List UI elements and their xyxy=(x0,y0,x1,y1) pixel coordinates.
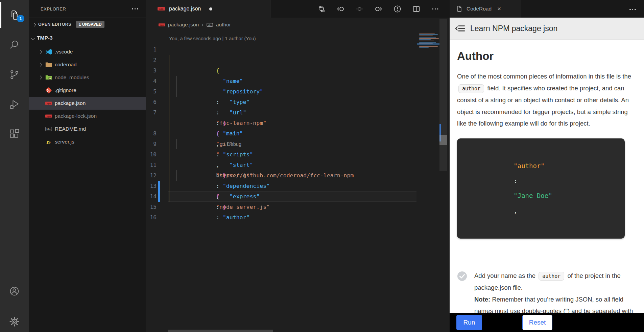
tab-coderoad[interactable]: CodeRoad × xyxy=(450,0,521,18)
line-number[interactable]: 14 xyxy=(146,191,157,202)
code-line[interactable]: 14 "author" : "you!" You, a few seconds … xyxy=(146,191,417,202)
file-name: package.json xyxy=(55,100,86,106)
activity-item-account[interactable] xyxy=(0,276,29,306)
file-type-icon xyxy=(45,74,52,81)
file-row-coderoad[interactable]: coderoad xyxy=(29,58,146,71)
file-name: package-lock.json xyxy=(55,113,97,119)
check-circle-icon xyxy=(457,271,467,281)
modified-gutter-marker xyxy=(158,160,160,170)
nav-forward-icon[interactable] xyxy=(374,5,383,13)
code-editor[interactable]: 1 { 2 "name" : xyxy=(146,44,417,223)
modified-gutter-marker xyxy=(158,212,160,223)
scrollbar-cursor-mark xyxy=(439,135,447,145)
file-row-package-json[interactable]: package.json xyxy=(29,97,146,110)
code-line[interactable]: 6 } , xyxy=(146,97,417,107)
code-line[interactable]: 2 "name" : "fcc-learn-npm" , xyxy=(146,55,417,65)
code-line[interactable]: 3 "repository" : { xyxy=(146,65,417,76)
line-number[interactable]: 1 xyxy=(146,44,157,55)
folder-root-tmp-3[interactable]: TMP-3 xyxy=(29,31,146,45)
modified-gutter-marker xyxy=(158,170,160,181)
task-segment: Add your name as the xyxy=(474,272,537,279)
line-number[interactable]: 2 xyxy=(146,55,157,65)
code-line[interactable]: 12 "express" : "^4.17.0" xyxy=(146,170,417,181)
minimap[interactable] xyxy=(417,0,439,332)
code-line[interactable]: 15 } xyxy=(146,202,417,212)
task-item: Add your name as the author of the proje… xyxy=(457,270,638,313)
code-line[interactable]: 9 "start" : "node server.js" xyxy=(146,139,417,149)
breadcrumb-symbol[interactable]: author xyxy=(216,22,231,28)
code-line[interactable]: 4 "type" : "git" , xyxy=(146,76,417,86)
activity-item-extensions[interactable] xyxy=(0,119,29,149)
horizontal-scrollbar[interactable] xyxy=(168,330,273,332)
line-number[interactable]: 7 xyxy=(146,107,157,118)
git-compare-icon[interactable] xyxy=(317,5,326,13)
run-status-icon[interactable] xyxy=(393,5,402,13)
modified-gutter-marker xyxy=(158,65,160,76)
line-number[interactable]: 9 xyxy=(146,139,157,149)
tab-package-json[interactable]: package.json xyxy=(146,0,271,18)
activity-item-source-control[interactable] xyxy=(0,60,29,89)
task-segment: Note: xyxy=(474,296,490,303)
close-icon[interactable]: × xyxy=(497,5,501,13)
abc-symbol-icon xyxy=(206,21,213,28)
code-line[interactable]: 8 "scripts" : { xyxy=(146,128,417,139)
file-row-gitignore[interactable]: .gitignore xyxy=(29,84,146,97)
line-number[interactable]: 10 xyxy=(146,149,157,160)
chevron-right-icon xyxy=(33,21,35,27)
breadcrumb-file[interactable]: package.json xyxy=(168,22,199,28)
file-row-node-modules[interactable]: node_modules xyxy=(29,71,146,84)
code-line[interactable]: ▷ Debug xyxy=(146,118,417,128)
activity-item-search[interactable] xyxy=(0,30,29,60)
activity-icon xyxy=(9,39,20,50)
file-row-package-lock-json[interactable]: package-lock.json xyxy=(29,110,146,123)
file-row-vscode[interactable]: .vscode xyxy=(29,45,146,58)
code-line[interactable]: 5 "url" : " https://github.com/coderoad/… xyxy=(146,86,417,97)
explorer-sidebar: EXPLORER OPEN EDITORS 1 UNSAVED TMP-3 .v… xyxy=(29,0,146,332)
line-number[interactable]: 4 xyxy=(146,76,157,86)
paragraph-segment: One of the most common pieces of informa… xyxy=(457,73,631,80)
line-number[interactable]: 6 xyxy=(146,97,157,107)
activity-item-settings[interactable] xyxy=(0,306,29,332)
more-actions-icon[interactable] xyxy=(129,7,140,11)
activity-item-run-debug[interactable] xyxy=(0,89,29,119)
vertical-scrollbar[interactable] xyxy=(439,19,447,171)
minimap-current-line xyxy=(417,43,439,45)
line-number[interactable]: 16 xyxy=(146,212,157,223)
activity-item-explorer[interactable]: 1 xyxy=(0,0,29,30)
collapse-menu-icon[interactable] xyxy=(455,23,466,34)
editor-group: package.json xyxy=(146,0,450,332)
line-number[interactable]: 5 xyxy=(146,86,157,97)
reset-button[interactable]: Reset xyxy=(522,315,552,330)
modified-gutter-marker xyxy=(158,191,160,202)
run-button[interactable]: Run xyxy=(456,315,482,330)
activity-icon xyxy=(9,129,20,140)
line-number[interactable]: 8 xyxy=(146,128,157,139)
line-number[interactable]: 3 xyxy=(146,65,157,76)
more-actions-icon[interactable] xyxy=(627,7,637,12)
activity-bar: 1 xyxy=(0,0,29,332)
vscode-window: 1 xyxy=(0,0,644,332)
file-row-readme-md[interactable]: README.md xyxy=(29,123,146,135)
code-line[interactable]: 11 "dependencies" : { xyxy=(146,160,417,170)
file-type-icon xyxy=(45,125,52,133)
code-line[interactable]: 10 } , xyxy=(146,149,417,160)
breakpoint-icon[interactable] xyxy=(355,5,364,13)
line-number[interactable]: 15 xyxy=(146,202,157,212)
tutorial-title: Learn NPM package json xyxy=(470,24,557,33)
line-number[interactable]: 13 xyxy=(146,181,157,191)
code-token: : xyxy=(514,177,521,184)
code-line[interactable]: 1 { xyxy=(146,44,417,55)
nav-back-icon[interactable] xyxy=(336,5,345,13)
file-type-icon xyxy=(45,99,52,107)
line-number[interactable]: 11 xyxy=(146,160,157,170)
chevron-down-icon xyxy=(31,35,34,41)
line-number[interactable]: 12 xyxy=(146,170,157,181)
file-type-icon xyxy=(45,138,52,146)
open-editors-section[interactable]: OPEN EDITORS 1 UNSAVED xyxy=(29,18,146,31)
file-row-server-js[interactable]: server.js xyxy=(29,135,146,148)
code-line[interactable]: 16 xyxy=(146,212,417,223)
code-line[interactable]: 13 } , xyxy=(146,181,417,191)
tab-label: CodeRoad xyxy=(467,6,492,12)
code-line[interactable]: 7 "main" : "server.js" , xyxy=(146,107,417,118)
lesson-heading: Author xyxy=(457,50,638,63)
